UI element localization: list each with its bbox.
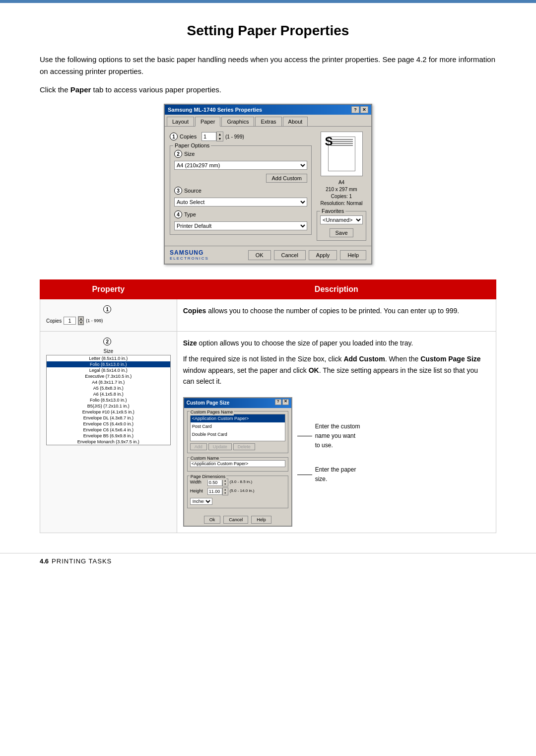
custom-page-size-dialog: Custom Page Size ? ✕ Custom Pages Name [183, 397, 292, 527]
copies-spinner-sm: ▲ ▼ [78, 316, 84, 325]
copies-range: (1 - 999) [225, 134, 244, 139]
size-item-a5: A5 (5.8x8.3 in.) [47, 385, 170, 391]
page-dim-group: Page Dimensions Width ▲ ▼ (3.0 - 8 [187, 476, 288, 508]
copies-label: Copies [180, 134, 200, 139]
win-bottom-bar: SAMSUNG ELECTRONICS OK Cancel Apply Help [165, 246, 371, 264]
table-row-size: 2 Size Letter (8.5x11.0 in.) Folio (8.5x… [40, 332, 496, 533]
copies-up-btn[interactable]: ▲ [217, 132, 223, 137]
click-text-bold: Paper [70, 85, 91, 94]
copies-up-sm[interactable]: ▲ [78, 317, 83, 321]
type-select[interactable]: Printer Default [174, 221, 307, 230]
preview-letter: S [325, 135, 333, 148]
tab-layout[interactable]: Layout [167, 117, 194, 126]
size-circle-row: 2 [46, 338, 171, 345]
win-tabs: Layout Paper Graphics Extras About [165, 115, 371, 127]
help-button[interactable]: Help [340, 250, 366, 260]
apply-button[interactable]: Apply [309, 250, 337, 260]
size-desc-text: option allows you to choose the size of … [199, 339, 413, 347]
copies-down-btn[interactable]: ▼ [217, 137, 223, 141]
ok-button[interactable]: OK [248, 250, 271, 260]
favorites-label: Favorites [320, 208, 345, 214]
win-body: 1 Copies ▲ ▼ (1 - 999) Paper Options [165, 127, 371, 246]
size-desc-bold: Size [183, 339, 197, 347]
height-row: Height ▲ ▼ (5.0 - 14.0 in.) [190, 487, 285, 495]
tab-paper[interactable]: Paper [195, 117, 220, 127]
size-item-legal: Legal (8.5x14.0 in.) [47, 367, 170, 373]
copies-down-sm[interactable]: ▼ [78, 321, 83, 325]
custom-name-group: Custom Name [187, 457, 288, 472]
circle-num-2: 2 [174, 150, 182, 158]
size-desc-p2: If the required size is not listed in th… [183, 353, 490, 387]
circle-num-4: 4 [174, 210, 182, 218]
tab-graphics[interactable]: Graphics [221, 117, 254, 126]
titlebar-buttons: ? ✕ [351, 106, 368, 113]
page-dim-label: Page Dimensions [190, 473, 227, 480]
custom-pages-group-label: Custom Pages Name [190, 409, 234, 415]
mini-close-btn[interactable]: ✕ [282, 399, 289, 405]
annotation-name-text: Enter the customname you wantto use. [315, 422, 360, 451]
width-down[interactable]: ▼ [223, 482, 228, 486]
annotation-area: Enter the customname you wantto use. Ent… [297, 392, 360, 484]
samsung-brand: SAMSUNG ELECTRONICS [170, 249, 209, 261]
table-row-copies: 1 Copies ▲ ▼ (1 - 999) Copies allows [40, 299, 496, 332]
size-item-a6: A6 (4.1x5.8 in.) [47, 391, 170, 397]
unit-row: Inches [190, 497, 285, 505]
update-btn[interactable]: Update [208, 443, 232, 450]
size-label: Size [184, 151, 195, 157]
win-left: 1 Copies ▲ ▼ (1 - 999) Paper Options [170, 132, 312, 241]
cancel-button[interactable]: Cancel [274, 250, 306, 260]
unit-select[interactable]: Inches [190, 498, 212, 505]
size-item-folio2: Folio (8.5x13.0 in.) [47, 397, 170, 403]
paper-options-group: Paper Options 2 Size A4 (210x297 mm) Add… [170, 145, 312, 235]
mini-help-btn[interactable]: ? [275, 399, 281, 405]
size-list: Letter (8.5x11.0 in.) Folio (8.5x13.0 in… [46, 355, 171, 445]
copies-input[interactable] [201, 132, 216, 141]
annotation-name: Enter the customname you wantto use. [297, 422, 360, 451]
mini-help-footer-btn[interactable]: Help [251, 516, 271, 524]
size-item-envc6: Envelope C6 (4.5x6.4 in.) [47, 427, 170, 433]
height-down[interactable]: ▼ [223, 491, 228, 495]
annotation-size: Enter the papersize. [297, 465, 360, 484]
circle-num-3: 3 [174, 187, 182, 195]
type-label: Type [184, 211, 196, 217]
paper-options-label: Paper Options [173, 142, 211, 148]
tab-about[interactable]: About [283, 117, 308, 126]
footer-text: Printing Tasks [52, 557, 112, 565]
favorites-select[interactable]: <Unnamed> [320, 215, 363, 224]
mini-titlebar: Custom Page Size ? ✕ [184, 398, 291, 408]
size-item-a4: A4 (8.3x11.7 in.) [47, 379, 170, 385]
add-custom-button[interactable]: Add Custom [266, 174, 307, 183]
click-text-end: tab to access various paper properties. [93, 85, 221, 94]
mini-ok-btn[interactable]: Ok [204, 516, 221, 524]
size-sim-container: Size Letter (8.5x11.0 in.) Folio (8.5x13… [46, 348, 171, 445]
custom-list-item-8510[interactable]: 8.5x10.0 [191, 439, 285, 441]
preview-box: S [321, 132, 363, 176]
copies-spinner: ▲ ▼ [216, 132, 223, 141]
copies-label-sm: Copies [46, 318, 62, 324]
size-item-folio: Folio (8.5x13.0 in.) [47, 361, 170, 367]
preview-line-4 [331, 145, 353, 146]
source-select[interactable]: Auto Select [174, 198, 307, 206]
size-item-monarch: Envelope Monarch (3.9x7.5 in.) [47, 439, 170, 445]
custom-list-item-postcard[interactable]: Post Card [191, 422, 285, 430]
copies-input-sm[interactable] [64, 317, 76, 325]
size-select[interactable]: A4 (210x297 mm) [174, 161, 307, 170]
tab-extras[interactable]: Extras [255, 117, 281, 126]
custom-list-item-double[interactable]: Double Post Card [191, 430, 285, 438]
width-range: (3.0 - 8.5 in.) [230, 479, 252, 485]
help-titlebar-btn[interactable]: ? [351, 106, 359, 113]
height-input[interactable] [207, 488, 222, 495]
close-titlebar-btn[interactable]: ✕ [360, 106, 368, 113]
circle-num-1: 1 [170, 133, 178, 140]
copies-row: 1 Copies ▲ ▼ (1 - 999) [170, 132, 312, 141]
add-btn[interactable]: Add [190, 443, 207, 450]
custom-list-item-app[interactable]: <Application Custom Paper> [191, 414, 285, 422]
size-item-b5: B5(JIS) (7.2x10.1 in.) [47, 403, 170, 409]
delete-btn[interactable]: Delete [233, 443, 255, 450]
height-up[interactable]: ▲ [223, 488, 228, 491]
source-label: Source [184, 188, 201, 194]
mini-cancel-btn[interactable]: Cancel [223, 516, 248, 524]
save-button[interactable]: Save [330, 228, 353, 237]
size-item-envb5: Envelope B5 (6.9x9.8 in.) [47, 433, 170, 439]
custom-pages-group: Custom Pages Name <Application Custom Pa… [187, 411, 288, 453]
